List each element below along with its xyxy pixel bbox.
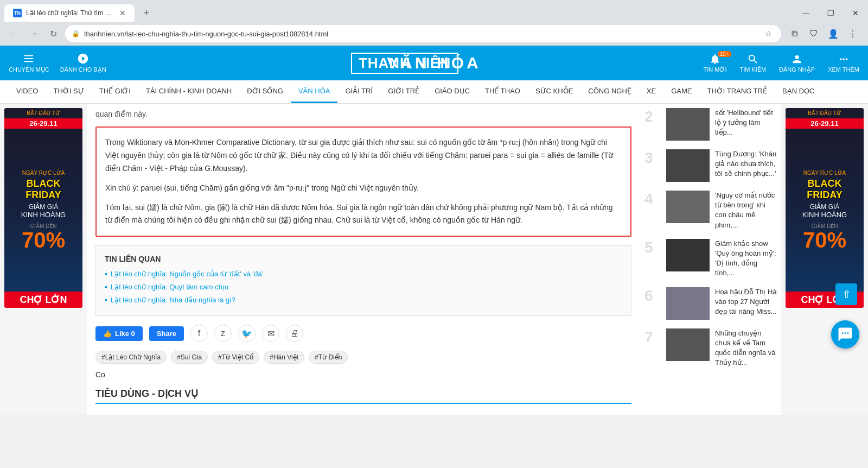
- sidebar-thumb-5: [666, 239, 710, 271]
- more-button[interactable]: XEM THÊM: [828, 53, 859, 73]
- extension-icon[interactable]: ⧉: [786, 25, 803, 42]
- highlighted-box: Trong Wiktionary và Mon-Khmer Comparativ…: [95, 127, 631, 237]
- site-wrapper: CHUYÊN MỤC DÀNH CHO BẠN THANH NIÊN VĂN H…: [0, 46, 868, 415]
- cat-thoi-su[interactable]: THỜI SỰ: [46, 80, 91, 103]
- cat-the-gioi[interactable]: THẾ GIỚI: [92, 80, 138, 103]
- related-news-title: TIN LIÊN QUAN: [105, 255, 622, 263]
- cat-giai-tri[interactable]: GIẢI TRÍ: [337, 80, 380, 103]
- back-button[interactable]: ←: [7, 26, 22, 41]
- login-button[interactable]: ĐĂNG NHẬP: [779, 53, 815, 73]
- close-button[interactable]: ✕: [843, 4, 868, 22]
- sidebar-thumb-6: [666, 287, 710, 320]
- cat-game[interactable]: GAME: [663, 80, 699, 103]
- tab-title: Lật léo chữ nghĩa: Thử tìm ngu...: [26, 9, 115, 17]
- tag-1[interactable]: #Lật Léo Chữ Nghĩa: [95, 351, 167, 364]
- profile-icon[interactable]: 👤: [825, 25, 842, 42]
- cat-suc-khoe[interactable]: SỨC KHỎE: [528, 80, 580, 103]
- sidebar-text-7[interactable]: Những chuyện chưa kể về Tam quốc diễn ng…: [715, 328, 777, 368]
- related-news-link-1[interactable]: Lật léo chữ nghĩa: Nguồn gốc của từ 'đất…: [111, 270, 263, 278]
- sidebar-thumb-4: [666, 191, 710, 223]
- cat-van-hoa[interactable]: VĂN HÓA: [291, 80, 338, 103]
- sidebar-num-3: 3: [644, 149, 661, 167]
- reload-button[interactable]: ↻: [46, 26, 61, 41]
- cat-tai-chinh[interactable]: TÀI CHÍNH - KINH DOANH: [138, 80, 239, 103]
- cat-cong-nghe[interactable]: CÔNG NGHỆ: [580, 80, 639, 103]
- social-share-bar: 👍 Like 0 Share f z 🐦 ✉ 🖨: [95, 325, 631, 342]
- related-news-item-2: Lật léo chữ nghĩa: Quýt làm cam chịu: [105, 281, 622, 294]
- related-news-link-3[interactable]: Lật léo chữ nghĩa: Nha đầu nghĩa là gì?: [111, 296, 235, 304]
- sidebar-item-7: 7 Những chuyện chưa kể về Tam quốc diễn …: [644, 328, 777, 368]
- active-tab[interactable]: TN Lật léo chữ nghĩa: Thử tìm ngu... ✕: [4, 4, 135, 22]
- bottom-text: Co: [95, 370, 631, 379]
- sidebar-item-4: 4 'Nguy cơ mất nước từ bên trong' khi co…: [644, 191, 777, 230]
- restore-button[interactable]: ❐: [818, 4, 843, 22]
- notification-badge: 10+: [718, 51, 731, 57]
- cat-xe[interactable]: XE: [639, 80, 663, 103]
- facebook-share-button[interactable]: Share: [149, 326, 184, 341]
- tab-favicon: TN: [13, 9, 22, 17]
- sidebar-num-2: 2: [644, 108, 661, 125]
- sidebar-thumb-3: [666, 149, 710, 182]
- article-intro: quan điểm này.: [95, 108, 631, 120]
- sidebar-text-2[interactable]: sốt 'Hellbound' tiết lộ ý tưởng làm tiếp…: [715, 108, 777, 138]
- cat-giao-duc[interactable]: GIÁO DỤC: [427, 80, 477, 103]
- right-ad-banner[interactable]: BẮT ĐẦU TỪ 26-29.11 NGÀY RỰC LỬA BLACK F…: [786, 108, 864, 308]
- sidebar-text-6[interactable]: Hoa hậu Đỗ Thị Hà vào top 27 Người đẹp t…: [715, 287, 777, 317]
- sidebar-item-2: 2 sốt 'Hellbound' tiết lộ ý tưởng làm ti…: [644, 108, 777, 141]
- twitter-icon-button[interactable]: 🐦: [238, 325, 256, 342]
- chat-bot-button[interactable]: [831, 320, 859, 349]
- chuyen-muc-button[interactable]: CHUYÊN MỤC: [9, 53, 49, 73]
- tab-close-button[interactable]: ✕: [119, 9, 126, 17]
- zalo-icon-button[interactable]: z: [214, 325, 232, 342]
- tag-4[interactable]: #Hán Việt: [264, 351, 304, 364]
- paragraph-2: Xin chú ý: paruei (sui, tiếng Chăm) gần …: [105, 182, 622, 195]
- cat-ban-doc[interactable]: BẠN ĐỌC: [775, 80, 822, 103]
- category-nav: VIDEO THỜI SỰ THẾ GIỚI TÀI CHÍNH - KINH …: [0, 80, 868, 104]
- sidebar-num-7: 7: [644, 328, 661, 346]
- sidebar-text-4[interactable]: 'Nguy cơ mất nước từ bên trong' khi con …: [715, 191, 777, 230]
- more-options-icon[interactable]: ⋮: [844, 25, 861, 42]
- sidebar-num-4: 4: [644, 191, 661, 208]
- tin-moi-button[interactable]: TIN MỚI 10+: [704, 53, 727, 73]
- ad-date-range: 26-29.11: [4, 118, 82, 129]
- extension-icon-2[interactable]: 🛡: [805, 25, 822, 42]
- related-news-box: TIN LIÊN QUAN Lật léo chữ nghĩa: Nguồn g…: [95, 245, 631, 316]
- svg-rect-0: [24, 55, 34, 56]
- svg-rect-2: [24, 61, 34, 62]
- bookmark-star-icon[interactable]: ☆: [762, 27, 775, 40]
- sidebar-thumb-7: [666, 328, 710, 361]
- site-logo[interactable]: THANH NIÊN: [351, 53, 458, 74]
- search-button[interactable]: TÌM KIẾM: [740, 53, 767, 73]
- sidebar-thumb-2: [666, 108, 710, 141]
- tag-2[interactable]: #Sui Gia: [171, 351, 208, 364]
- email-icon-button[interactable]: ✉: [262, 325, 279, 342]
- cat-thoi-trang[interactable]: THỜI TRANG TRẺ: [699, 80, 775, 103]
- facebook-icon-button[interactable]: f: [190, 325, 208, 342]
- article-tags: #Lật Léo Chữ Nghĩa #Sui Gia #Từ Việt Cổ …: [95, 351, 631, 364]
- sidebar-text-3[interactable]: Tùng Dương: 'Khán giả nào chưa thích, tô…: [715, 149, 777, 179]
- sidebar-num-5: 5: [644, 239, 661, 256]
- minimize-button[interactable]: —: [793, 4, 818, 22]
- danh-cho-ban-button[interactable]: DÀNH CHO BẠN: [60, 53, 106, 73]
- forward-button[interactable]: →: [26, 26, 41, 41]
- new-tab-button[interactable]: +: [139, 5, 154, 21]
- right-ad-date: 26-29.11: [786, 118, 864, 129]
- cat-video[interactable]: VIDEO: [9, 80, 46, 103]
- scroll-up-button[interactable]: ⇧: [835, 283, 857, 305]
- cat-doi-song[interactable]: ĐỜI SỐNG: [239, 80, 291, 103]
- tag-3[interactable]: #Từ Việt Cổ: [212, 351, 259, 364]
- cat-the-thao[interactable]: THỂ THAO: [477, 80, 528, 103]
- facebook-like-button[interactable]: 👍 Like 0: [95, 326, 143, 341]
- url-bar[interactable]: 🔒 thanhnien.vn/lat-leo-chu-nghia-thu-tim…: [65, 25, 781, 42]
- related-news-link-2[interactable]: Lật léo chữ nghĩa: Quýt làm cam chịu: [111, 283, 228, 291]
- cat-gioi-tre[interactable]: GIỚI TRẺ: [380, 80, 427, 103]
- sidebar-item-6: 6 Hoa hậu Đỗ Thị Hà vào top 27 Người đẹp…: [644, 287, 777, 320]
- tag-5[interactable]: #Từ Điển: [309, 351, 348, 364]
- svg-rect-1: [24, 58, 34, 59]
- right-sidebar: 2 sốt 'Hellbound' tiết lộ ý tưởng làm ti…: [640, 104, 781, 415]
- paragraph-3: Tóm lại, sui (嬬) là chữ Nôm, gia (家) là …: [105, 201, 622, 227]
- print-icon-button[interactable]: 🖨: [286, 325, 303, 342]
- left-ad-banner[interactable]: BẮT ĐẦU TỪ 26-29.11 NGÀY RỰC LỬA BLACK F…: [4, 108, 82, 308]
- top-nav: CHUYÊN MỤC DÀNH CHO BẠN THANH NIÊN VĂN H…: [0, 46, 868, 80]
- sidebar-text-5[interactable]: Giám khảo show 'Quý ông hoàn mỹ': 'Dị tí…: [715, 239, 777, 279]
